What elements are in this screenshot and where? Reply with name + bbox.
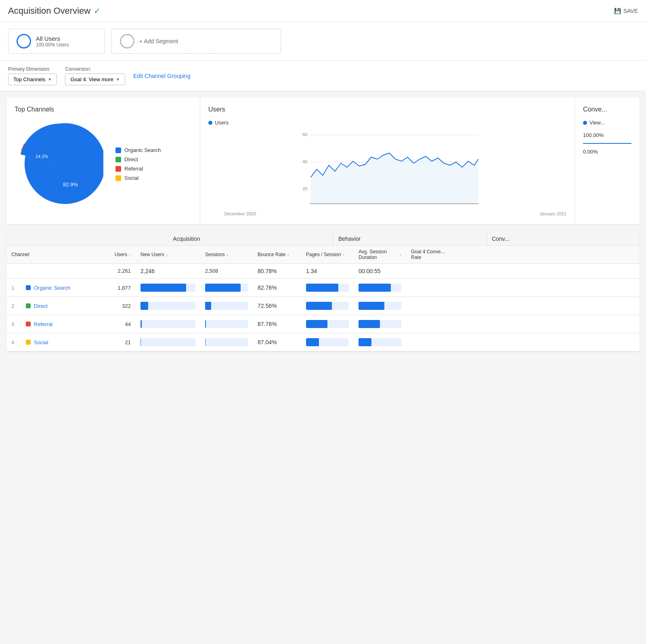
all-users-segment[interactable]: All Users 100.00% Users <box>8 29 105 54</box>
save-icon: 💾 <box>614 8 621 14</box>
legend-item-organic: Organic Search <box>115 147 161 153</box>
col-label-sessions: Sessions <box>205 252 225 257</box>
total-avg-session: 00:00:55 <box>359 268 381 274</box>
col-header-users[interactable]: Users ↓ <box>87 246 136 263</box>
sessions-bar-cell-2 <box>200 320 253 328</box>
users-cell-0: 1,877 <box>87 285 136 291</box>
pages-bar-cell-2 <box>301 320 354 328</box>
legend-label-direct: Direct <box>124 156 138 162</box>
conversion-label: Conversion: <box>65 66 125 72</box>
pie-chart-svg: 82.9% 14.2% <box>15 120 103 208</box>
total-bounce-rate: 80.78% <box>258 268 277 274</box>
save-label: SAVE <box>623 8 638 14</box>
channel-link-2[interactable]: Referral <box>34 321 52 327</box>
segment-circle-empty <box>120 34 134 48</box>
channel-dot-1 <box>26 303 31 308</box>
pie-label-14: 14.2% <box>36 154 48 159</box>
total-channel-cell <box>6 268 87 274</box>
goal4-dropdown[interactable]: Goal 4: View more ▼ <box>65 74 125 85</box>
line-legend: Users <box>208 120 566 126</box>
users-cell-1: 322 <box>87 303 136 309</box>
row-num-3: 4 <box>11 339 19 345</box>
pages-bar-wrapper-2 <box>306 320 349 328</box>
col-label-bounce: Bounce Rate <box>258 252 285 257</box>
conv-legend: View... <box>583 120 631 126</box>
top-channels-dropdown[interactable]: Top Channels ▼ <box>8 74 57 85</box>
sessions-bar-fill-0 <box>205 284 241 292</box>
channel-link-3[interactable]: Social <box>34 339 48 345</box>
col-header-pages[interactable]: Pages / Session ↕ <box>301 246 354 263</box>
top-channels-label: Top Channels <box>13 76 46 82</box>
col-header-avg-session[interactable]: Avg. Session Duration ↕ <box>354 246 406 263</box>
channel-link-1[interactable]: Direct <box>34 303 48 309</box>
sort-arrow-new-users: ↕ <box>166 253 168 257</box>
users-legend-label: Users <box>215 120 229 126</box>
add-segment-card[interactable]: + Add Segment <box>111 29 281 54</box>
conv-value-1: 100.00% <box>583 132 631 138</box>
add-segment-label: + Add Segment <box>139 38 178 44</box>
bounce-cell-1: 72.56% <box>253 303 301 309</box>
table-total-row: 2,261 2,246 2,508 80.78% 1.34 00:00:55 <box>6 264 640 279</box>
new-users-bar-wrapper-3 <box>141 338 195 346</box>
col-label-new-users: New Users <box>141 252 164 257</box>
sessions-bar-cell-1 <box>200 302 253 310</box>
col-header-goal[interactable]: Goal 4 Conve... Rate <box>406 246 455 263</box>
edit-channel-grouping-link[interactable]: Edit Channel Grouping <box>133 73 191 79</box>
channel-link-0[interactable]: Organic Search <box>34 285 70 291</box>
col-label-goal: Goal 4 Conve... Rate <box>411 249 450 260</box>
title-text: Acquisition Overview <box>8 6 90 16</box>
total-bounce: 80.78% <box>253 268 301 274</box>
total-avg: 00:00:55 <box>354 268 406 274</box>
line-chart-panel: Users Users 60 40 20 Decem <box>200 98 575 224</box>
x-axis-labels: December 2020 January 2021 <box>208 210 566 216</box>
save-button[interactable]: 💾 SAVE <box>614 8 638 14</box>
col-header-channel[interactable]: Channel <box>6 246 87 263</box>
channel-cell-0: 1 Organic Search <box>6 285 87 291</box>
total-sessions: 2,508 <box>200 268 253 274</box>
table-row: 4 Social 21 87.04% <box>6 333 640 351</box>
col-header-bounce[interactable]: Bounce Rate ↕ <box>253 246 301 263</box>
primary-dimension-control: Primary Dimension: Top Channels ▼ <box>8 66 57 85</box>
total-pages: 1.34 <box>301 268 354 274</box>
pie-label-82: 82.9% <box>63 181 78 187</box>
sort-arrow-pages: ↕ <box>343 253 345 257</box>
segment-circle-all-users <box>17 34 31 48</box>
avg-bar-fill-0 <box>359 284 391 292</box>
legend-color-social <box>115 175 121 181</box>
group-header-acquisition: Acquisition <box>168 234 333 245</box>
pages-bar-fill-2 <box>306 320 327 328</box>
line-chart-svg: 60 40 20 <box>208 129 566 210</box>
chevron-down-icon-2: ▼ <box>116 77 120 82</box>
channel-dot-0 <box>26 285 31 290</box>
bounce-cell-0: 82.76% <box>253 284 301 291</box>
sort-arrow-avg-session: ↕ <box>399 253 401 257</box>
channel-cell-1: 2 Direct <box>6 303 87 309</box>
col-label-channel: Channel <box>11 252 29 257</box>
col-header-new-users[interactable]: New Users ↕ <box>136 246 200 263</box>
users-cell-3: 21 <box>87 339 136 345</box>
col-header-sessions[interactable]: Sessions ↕ <box>200 246 253 263</box>
col-label-users: Users <box>115 252 127 257</box>
sort-arrow-users: ↓ <box>129 253 131 257</box>
pages-bar-fill-1 <box>306 302 332 310</box>
new-users-bar-fill-0 <box>141 284 186 292</box>
avg-bar-wrapper-1 <box>359 302 401 310</box>
table-row: 1 Organic Search 1,877 82.76% <box>6 279 640 297</box>
row-num-0: 1 <box>11 285 19 291</box>
segment-sub: 100.00% Users <box>36 42 69 48</box>
chevron-down-icon: ▼ <box>48 77 52 82</box>
sessions-bar-cell-0 <box>200 284 253 292</box>
new-users-bar-wrapper-0 <box>141 284 195 292</box>
col-label-pages: Pages / Session <box>306 252 341 257</box>
channel-cell-2: 3 Referral <box>6 321 87 327</box>
legend-color-referral <box>115 166 121 172</box>
row-num-1: 2 <box>11 303 19 309</box>
page-title: Acquisition Overview ✓ <box>8 6 101 16</box>
avg-bar-cell-2 <box>354 320 406 328</box>
sessions-bar-wrapper-1 <box>205 302 248 310</box>
conv-title: Conve... <box>583 106 631 113</box>
legend-color-organic <box>115 147 121 153</box>
sort-arrow-bounce: ↕ <box>287 253 289 257</box>
x-label-jan: January 2021 <box>539 211 566 216</box>
pages-bar-wrapper-0 <box>306 284 349 292</box>
